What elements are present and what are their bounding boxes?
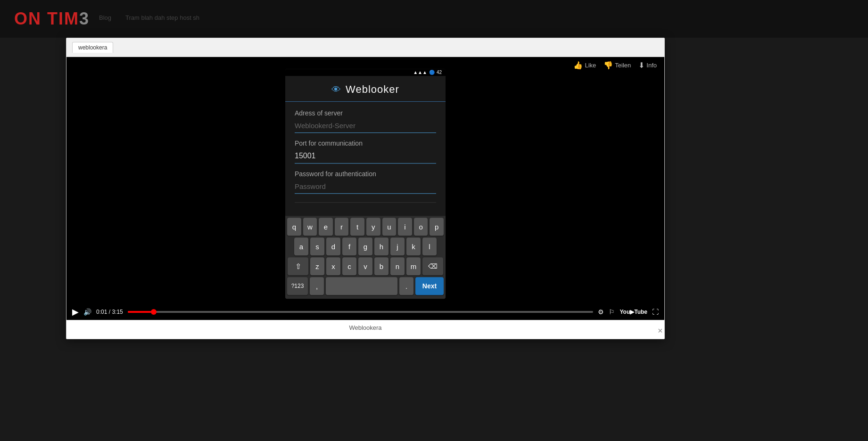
teilen-button[interactable]: 👎 Teilen — [603, 61, 631, 70]
key-p[interactable]: p — [430, 218, 444, 236]
key-y[interactable]: y — [366, 218, 380, 236]
keyboard-bottom-row: ?123 , . Next — [287, 277, 444, 295]
key-z[interactable]: z — [310, 257, 324, 275]
key-n[interactable]: n — [390, 257, 405, 275]
app-header: 👁 Weblooker — [285, 76, 446, 102]
next-button[interactable]: Next — [415, 277, 444, 295]
key-f[interactable]: f — [342, 237, 356, 255]
key-k[interactable]: k — [406, 237, 421, 255]
key-s[interactable]: s — [310, 237, 324, 255]
space-key[interactable] — [326, 277, 397, 295]
period-key[interactable]: . — [399, 277, 413, 295]
divider — [295, 202, 436, 203]
numbers-key[interactable]: ?123 — [287, 277, 308, 295]
browser-bottom-bar: Weblookera — [66, 320, 664, 335]
key-d[interactable]: d — [326, 237, 340, 255]
battery-text: 42 — [437, 70, 442, 75]
browser-tab[interactable]: weblookera — [72, 42, 113, 53]
on-screen-keyboard: q w e r t y u i o p a s d f g — [285, 216, 446, 299]
like-label: Like — [585, 62, 596, 69]
key-u[interactable]: u — [382, 218, 397, 236]
progress-fill — [128, 311, 151, 313]
key-m[interactable]: m — [406, 257, 421, 275]
key-g[interactable]: g — [358, 237, 372, 255]
backspace-key[interactable]: ⌫ — [422, 257, 443, 275]
settings-button[interactable]: ⚙ — [598, 308, 604, 316]
key-h[interactable]: h — [374, 237, 389, 255]
fullscreen-button[interactable]: ⛶ — [652, 308, 659, 316]
key-i[interactable]: i — [398, 218, 412, 236]
mobile-status-bar: ▲▲▲ 🔵 42 — [285, 69, 446, 76]
info-label: Info — [646, 62, 657, 69]
site-logo: ON TIM3 — [14, 9, 90, 29]
progress-dot — [151, 309, 157, 315]
volume-button[interactable]: 🔊 — [83, 308, 91, 316]
youtube-logo: You▶Tube — [620, 309, 647, 315]
info-icon: ⬇ — [638, 61, 645, 70]
key-v[interactable]: v — [358, 257, 372, 275]
browser-window: weblookera 👍 Like 👎 Teilen ⬇ Info ▲▲▲ 🔵 — [66, 38, 665, 339]
key-t[interactable]: t — [350, 218, 364, 236]
key-o[interactable]: o — [414, 218, 428, 236]
key-r[interactable]: r — [335, 218, 349, 236]
port-label: Port for communication — [295, 139, 436, 147]
app-title: Weblooker — [346, 83, 399, 96]
app-eye-icon: 👁 — [331, 84, 341, 95]
progress-bar[interactable] — [128, 311, 594, 313]
key-a[interactable]: a — [294, 237, 308, 255]
port-input[interactable] — [295, 150, 436, 163]
captions-button[interactable]: ⚐ — [609, 308, 615, 316]
keyboard-row-3: ⇧ z x c v b n m ⌫ — [287, 257, 444, 275]
browser-toolbar: weblookera — [66, 38, 664, 57]
keyboard-row-2: a s d f g h j k l — [287, 237, 444, 255]
bottom-label: Weblookera — [349, 324, 381, 331]
close-button[interactable]: × — [658, 326, 663, 336]
key-w[interactable]: w — [303, 218, 317, 236]
total-time: 3:15 — [112, 309, 123, 315]
like-button[interactable]: 👍 Like — [573, 61, 596, 70]
mobile-app-overlay: ▲▲▲ 🔵 42 👁 Weblooker Adress of server Po… — [285, 69, 446, 299]
site-header: ON TIM3 Blog Tram blah dah step host sh — [0, 0, 868, 38]
play-button[interactable]: ▶ — [72, 307, 79, 317]
key-q[interactable]: q — [287, 218, 301, 236]
key-e[interactable]: e — [319, 218, 333, 236]
bg-nav: Blog Tram blah dah step host sh — [99, 14, 199, 21]
bg-nav-subtitle: Tram blah dah step host sh — [125, 14, 199, 21]
thumbs-down-icon: 👎 — [603, 61, 613, 70]
key-b[interactable]: b — [374, 257, 389, 275]
form-section: Adress of server Port for communication … — [285, 102, 446, 216]
key-j[interactable]: j — [390, 237, 405, 255]
comma-key[interactable]: , — [310, 277, 324, 295]
thumbs-up-icon: 👍 — [573, 61, 583, 70]
video-controls: ▶ 🔊 0:01 / 3:15 ⚙ ⚐ You▶Tube ⛶ — [66, 304, 664, 320]
password-input[interactable] — [295, 180, 436, 194]
teilen-label: Teilen — [615, 62, 631, 69]
video-action-bar: 👍 Like 👎 Teilen ⬇ Info — [566, 57, 664, 74]
video-player[interactable]: 👍 Like 👎 Teilen ⬇ Info ▲▲▲ 🔵 42 — [66, 57, 664, 320]
key-c[interactable]: c — [342, 257, 356, 275]
server-input[interactable] — [295, 120, 436, 133]
server-label: Adress of server — [295, 109, 436, 117]
shift-key[interactable]: ⇧ — [288, 257, 308, 275]
bg-nav-blog: Blog — [99, 14, 111, 21]
password-label: Password for authentication — [295, 170, 436, 178]
key-x[interactable]: x — [326, 257, 340, 275]
bluetooth-icon: 🔵 — [429, 70, 435, 75]
key-l[interactable]: l — [422, 237, 437, 255]
signal-icon: ▲▲▲ — [413, 70, 427, 75]
info-button[interactable]: ⬇ Info — [638, 61, 657, 70]
time-display: 0:01 / 3:15 — [96, 309, 123, 315]
current-time: 0:01 — [96, 309, 107, 315]
keyboard-row-1: q w e r t y u i o p — [287, 218, 444, 236]
app-title-row: 👁 Weblooker — [295, 83, 436, 96]
